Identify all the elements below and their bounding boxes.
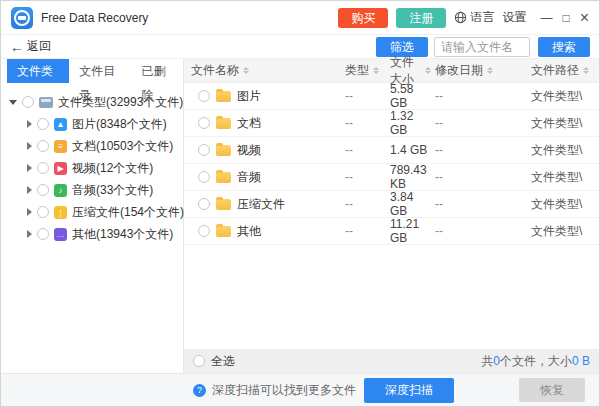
column-file-name[interactable]: 文件名称: [184, 62, 341, 79]
back-arrow-icon: ←: [10, 39, 24, 55]
expand-icon[interactable]: [27, 120, 32, 128]
select-all-label[interactable]: 全选: [211, 353, 235, 370]
tree-item-label: 压缩文件(154个文件): [72, 204, 184, 221]
table-body: 图片 -- 5.58 GB -- 文件类型\ 文档 -- 1.32 GB -- …: [184, 83, 599, 349]
close-button[interactable]: ×: [580, 11, 589, 25]
expand-icon[interactable]: [27, 230, 32, 238]
row-date: --: [431, 224, 526, 238]
tree-item-other[interactable]: … 其他(13943个文件): [1, 223, 183, 245]
minimize-button[interactable]: —: [540, 11, 552, 25]
maximize-button[interactable]: □: [562, 11, 569, 25]
folder-icon: [216, 118, 231, 129]
back-button[interactable]: ← 返回: [10, 38, 51, 55]
image-type-icon: ▲: [54, 118, 67, 131]
row-date: --: [431, 197, 526, 211]
row-checkbox[interactable]: [198, 225, 210, 237]
table-row[interactable]: 文档 -- 1.32 GB -- 文件类型\: [184, 110, 599, 137]
main-content: 文件类型 文件目录 已删除 文件类型(32993个文件) ▲ 图片(8348个文…: [1, 59, 599, 373]
tree-item-checkbox[interactable]: [37, 206, 49, 218]
row-date: --: [431, 89, 526, 103]
tree-root-checkbox[interactable]: [22, 96, 34, 108]
row-size: 1.32 GB: [386, 109, 431, 137]
tree-item-checkbox[interactable]: [37, 118, 49, 130]
select-all-checkbox[interactable]: [193, 355, 205, 367]
recover-button[interactable]: 恢复: [519, 378, 585, 402]
row-checkbox[interactable]: [198, 90, 210, 102]
column-type[interactable]: 类型: [341, 62, 386, 79]
search-input[interactable]: [434, 37, 530, 57]
expand-icon[interactable]: [27, 208, 32, 216]
folder-icon: [216, 226, 231, 237]
deep-scan-button[interactable]: 深度扫描: [364, 378, 454, 403]
tab-file-type[interactable]: 文件类型: [7, 59, 69, 83]
row-type: --: [341, 143, 386, 157]
tree-item-archives[interactable]: ¦ 压缩文件(154个文件): [1, 201, 183, 223]
column-modified-date[interactable]: 修改日期: [431, 62, 526, 79]
tab-deleted[interactable]: 已删除: [131, 59, 183, 83]
table-row[interactable]: 其他 -- 11.21 GB -- 文件类型\: [184, 218, 599, 245]
folder-icon: [216, 91, 231, 102]
row-checkbox[interactable]: [198, 171, 210, 183]
row-checkbox[interactable]: [198, 117, 210, 129]
collapse-icon[interactable]: [9, 100, 17, 105]
table-row[interactable]: 视频 -- 1.4 GB -- 文件类型\: [184, 137, 599, 164]
folder-icon: [216, 172, 231, 183]
sort-icon[interactable]: [373, 67, 379, 74]
computer-icon: [39, 97, 53, 108]
row-name: 视频: [237, 142, 261, 159]
selection-summary: 共0个文件，大小0 B: [481, 353, 590, 370]
row-name: 图片: [237, 88, 261, 105]
tree-item-videos[interactable]: ▶ 视频(12个文件): [1, 157, 183, 179]
row-date: --: [431, 143, 526, 157]
row-type: --: [341, 197, 386, 211]
tree-item-checkbox[interactable]: [37, 228, 49, 240]
file-table: 文件名称 类型 文件大小 修改日期 文件路径 图片: [184, 59, 599, 373]
app-logo-icon: [11, 7, 33, 29]
row-size: 11.21 GB: [386, 217, 431, 245]
language-button[interactable]: 语言: [454, 9, 494, 26]
sort-icon[interactable]: [583, 67, 589, 74]
buy-button[interactable]: 购买: [338, 8, 388, 28]
tree-item-documents[interactable]: ≡ 文档(10503个文件): [1, 135, 183, 157]
row-type: --: [341, 170, 386, 184]
settings-button[interactable]: 设置: [502, 9, 526, 26]
row-checkbox[interactable]: [198, 198, 210, 210]
deep-scan-hint: 深度扫描可以找到更多文件: [212, 382, 356, 399]
sidebar-tabs: 文件类型 文件目录 已删除: [1, 59, 183, 83]
tree-item-label: 其他(13943个文件): [72, 226, 173, 243]
tab-file-directory[interactable]: 文件目录: [69, 59, 131, 83]
info-icon: ?: [193, 384, 206, 397]
selected-size: 0 B: [572, 354, 590, 368]
row-checkbox[interactable]: [198, 144, 210, 156]
tree-item-label: 音频(33个文件): [72, 182, 153, 199]
table-row[interactable]: 压缩文件 -- 3.84 GB -- 文件类型\: [184, 191, 599, 218]
expand-icon[interactable]: [27, 164, 32, 172]
expand-icon[interactable]: [27, 142, 32, 150]
other-type-icon: …: [54, 228, 67, 241]
sort-icon[interactable]: [243, 67, 249, 74]
tree-item-images[interactable]: ▲ 图片(8348个文件): [1, 113, 183, 135]
tree-item-checkbox[interactable]: [37, 162, 49, 174]
table-row[interactable]: 音频 -- 789.43 KB -- 文件类型\: [184, 164, 599, 191]
tree-item-label: 图片(8348个文件): [72, 116, 167, 133]
row-path: 文件类型\: [526, 196, 599, 213]
sidebar: 文件类型 文件目录 已删除 文件类型(32993个文件) ▲ 图片(8348个文…: [1, 59, 184, 373]
table-row[interactable]: 图片 -- 5.58 GB -- 文件类型\: [184, 83, 599, 110]
tree-item-audio[interactable]: ♪ 音频(33个文件): [1, 179, 183, 201]
column-file-path[interactable]: 文件路径: [526, 62, 599, 79]
row-size: 1.4 GB: [386, 143, 431, 157]
tree-root-label: 文件类型(32993个文件): [58, 94, 183, 111]
tree-item-checkbox[interactable]: [37, 184, 49, 196]
row-size: 3.84 GB: [386, 190, 431, 218]
row-date: --: [431, 170, 526, 184]
row-name: 压缩文件: [237, 196, 285, 213]
row-path: 文件类型\: [526, 115, 599, 132]
register-button[interactable]: 注册: [396, 8, 446, 28]
search-button[interactable]: 搜索: [538, 37, 590, 57]
document-type-icon: ≡: [54, 140, 67, 153]
tree-item-checkbox[interactable]: [37, 140, 49, 152]
row-size: 789.43 KB: [386, 163, 431, 191]
sort-icon[interactable]: [487, 67, 493, 74]
title-bar: Free Data Recovery 购买 注册 语言 设置 — □ ×: [1, 1, 599, 35]
expand-icon[interactable]: [27, 186, 32, 194]
